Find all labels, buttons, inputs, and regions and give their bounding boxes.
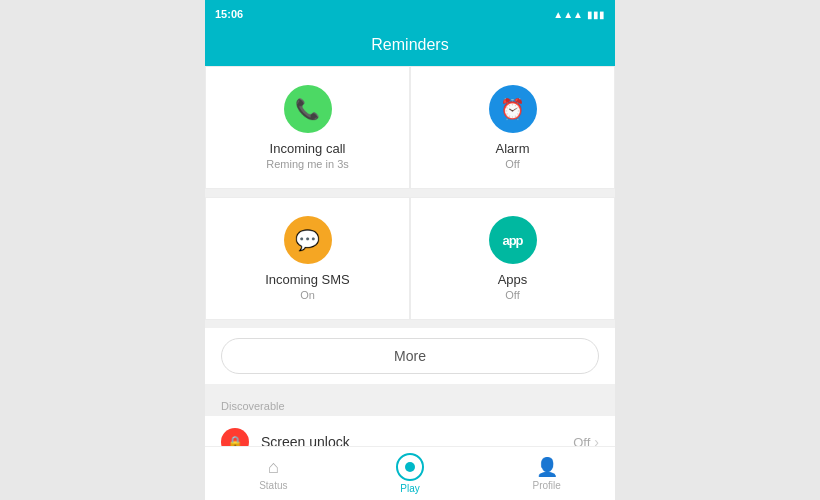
incoming-sms-label: Incoming SMS [265, 272, 350, 287]
incoming-call-sublabel: Reming me in 3s [266, 158, 349, 170]
screen-unlock-icon: 🔒 [221, 428, 249, 446]
grid-row-1: 📞 Incoming call Reming me in 3s ⏰ Alarm … [205, 66, 615, 189]
apps-label: Apps [498, 272, 528, 287]
screen-unlock-chevron: › [594, 434, 599, 446]
content: 📞 Incoming call Reming me in 3s ⏰ Alarm … [205, 66, 615, 446]
grid-item-incoming-call[interactable]: 📞 Incoming call Reming me in 3s [205, 66, 410, 189]
grid-row-2: 💬 Incoming SMS On app Apps Off [205, 197, 615, 320]
apps-icon: app [489, 216, 537, 264]
status-nav-icon: ⌂ [268, 457, 279, 478]
incoming-sms-icon: 💬 [284, 216, 332, 264]
grid-item-apps[interactable]: app Apps Off [410, 197, 615, 320]
play-nav-active-ring [396, 453, 424, 481]
screen-unlock-value: Off [573, 435, 590, 447]
phone-frame: 15:06 ▲▲▲ ▮▮▮ Reminders 📞 Incoming call … [205, 0, 615, 500]
profile-nav-label: Profile [533, 480, 561, 491]
status-nav-label: Status [259, 480, 287, 491]
discoverable-section-label: Discoverable [205, 392, 615, 416]
alarm-sublabel: Off [505, 158, 519, 170]
nav-item-play[interactable]: Play [342, 447, 479, 500]
profile-nav-icon: 👤 [536, 456, 558, 478]
more-section: More [205, 328, 615, 384]
incoming-sms-sublabel: On [300, 289, 315, 301]
status-icons: ▲▲▲ ▮▮▮ [553, 9, 605, 20]
header-title: Reminders [371, 36, 448, 53]
status-time: 15:06 [215, 8, 243, 20]
list-item-screen-unlock[interactable]: 🔒 Screen unlock Off › [205, 416, 615, 446]
play-nav-label: Play [400, 483, 419, 494]
more-button[interactable]: More [221, 338, 599, 374]
list-section: 🔒 Screen unlock Off › ⊙ Discoverable On … [205, 416, 615, 446]
status-bar: 15:06 ▲▲▲ ▮▮▮ [205, 0, 615, 28]
signal-icon: ▲▲▲ [553, 9, 583, 20]
incoming-call-icon: 📞 [284, 85, 332, 133]
grid-item-incoming-sms[interactable]: 💬 Incoming SMS On [205, 197, 410, 320]
incoming-call-label: Incoming call [270, 141, 346, 156]
nav-item-status[interactable]: ⌂ Status [205, 447, 342, 500]
apps-sublabel: Off [505, 289, 519, 301]
screen-unlock-label: Screen unlock [261, 434, 573, 446]
grid-item-alarm[interactable]: ⏰ Alarm Off [410, 66, 615, 189]
header: Reminders [205, 28, 615, 66]
alarm-icon: ⏰ [489, 85, 537, 133]
play-nav-active-inner [405, 462, 415, 472]
bottom-nav: ⌂ Status Play 👤 Profile [205, 446, 615, 500]
alarm-label: Alarm [496, 141, 530, 156]
nav-item-profile[interactable]: 👤 Profile [478, 447, 615, 500]
battery-icon: ▮▮▮ [587, 9, 605, 20]
